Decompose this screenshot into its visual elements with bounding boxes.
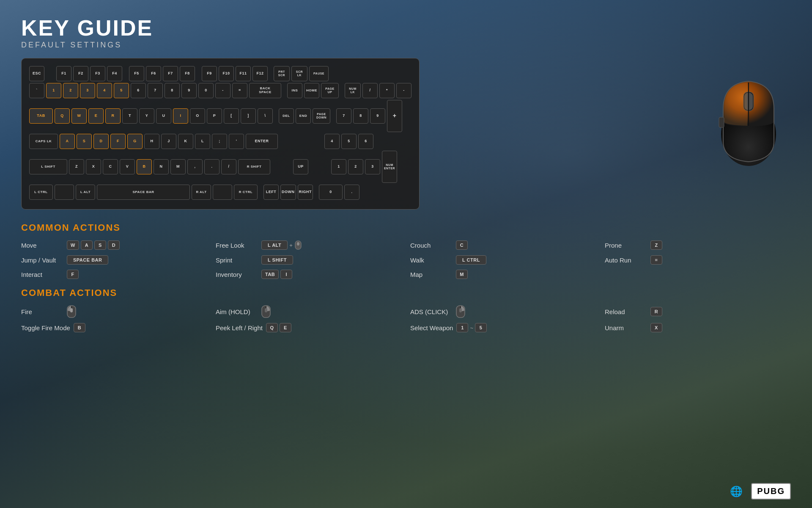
- key-spacer: [46, 66, 55, 81]
- key-row-zxcv: L SHIFT Z X C V B N M , . / R SHIFT UP 1…: [29, 151, 411, 183]
- key-left: LEFT: [263, 185, 279, 200]
- action-crouch-keys: C: [456, 240, 468, 250]
- key-5: 5: [114, 83, 129, 98]
- kbd-c: C: [456, 240, 468, 250]
- mouse-left-icon: [67, 305, 76, 318]
- kbd-lalt: L ALT: [261, 240, 288, 250]
- key-ralt: R ALT: [192, 185, 211, 200]
- action-peek-keys: Q E: [266, 323, 291, 332]
- key-up: UP: [293, 159, 308, 174]
- kbd-x: X: [650, 323, 662, 332]
- key-equals: =: [232, 83, 247, 98]
- action-unarm-label: Unarm: [605, 324, 647, 331]
- key-z: Z: [69, 159, 84, 174]
- key-spacer13: [272, 159, 274, 174]
- key-a: A: [60, 134, 75, 149]
- action-freelook: Free Look L ALT +: [216, 240, 402, 250]
- key-esc: ESC: [29, 66, 44, 81]
- key-spacer8: [332, 108, 335, 124]
- mouse-right2-icon: [456, 305, 465, 318]
- action-aim: Aim (HOLD): [216, 305, 402, 318]
- mouse-icon: [294, 240, 302, 250]
- key-3: 3: [80, 83, 95, 98]
- action-peek-label: Peek Left / Right: [216, 324, 263, 331]
- action-map-keys: M: [456, 270, 468, 279]
- key-8: 8: [165, 83, 180, 98]
- key-spacer2: [124, 66, 127, 81]
- key-6: 6: [131, 83, 146, 98]
- key-f10: F10: [219, 66, 234, 81]
- action-firemode-label: Toggle Fire Mode: [21, 324, 70, 331]
- action-freelook-label: Free Look: [216, 242, 258, 249]
- key-s: S: [77, 134, 92, 149]
- action-firemode-keys: B: [74, 323, 85, 332]
- key-0: 0: [198, 83, 214, 98]
- key-numstar: *: [379, 83, 395, 98]
- key-rctrl: R CTRL: [234, 185, 258, 200]
- action-crouch: Crouch C: [410, 240, 596, 250]
- action-map-label: Map: [410, 271, 453, 278]
- key-9: 9: [181, 83, 197, 98]
- mouse-right-icon: [261, 305, 271, 318]
- svg-rect-10: [70, 308, 73, 312]
- key-prtscr: PRTSCR: [274, 66, 290, 81]
- key-spacer11: [301, 134, 318, 149]
- key-lwin: [55, 185, 74, 200]
- action-autorun-keys: =: [650, 255, 662, 265]
- key-lalt: L ALT: [76, 185, 95, 200]
- key-f3: F3: [90, 66, 105, 81]
- action-peek: Peek Left / Right Q E: [216, 323, 402, 332]
- action-jump-label: Jump / Vault: [21, 257, 63, 264]
- key-home: HOME: [304, 83, 319, 98]
- action-selectweapon-keys: 1 ~ 5: [456, 323, 487, 332]
- action-inventory-keys: TAB I: [261, 270, 292, 279]
- key-numminus: -: [396, 83, 411, 98]
- key-1: 1: [46, 83, 61, 98]
- key-d: D: [93, 134, 109, 149]
- kbd-equals: =: [650, 255, 662, 265]
- key-f9: F9: [202, 66, 217, 81]
- action-walk: Walk L CTRL: [410, 255, 596, 265]
- key-f12: F12: [252, 66, 268, 81]
- action-fire: Fire: [21, 305, 207, 318]
- key-numlk: NUMLK: [345, 83, 361, 98]
- key-row-numbers: ` 1 2 3 4 5 6 7 8 9 0 - = BACKSPACE INS …: [29, 83, 411, 98]
- key-minus: -: [215, 83, 230, 98]
- key-row-function: ESC F1 F2 F3 F4 F5 F6 F7 F8 F9 F10 F11 F…: [29, 66, 411, 81]
- key-w: W: [71, 108, 87, 124]
- title-section: KEY GUIDE DEFAULT SETTINGS: [21, 17, 791, 50]
- common-actions-section: COMMON ACTIONS Move W A S D Free Look L …: [21, 222, 791, 279]
- common-actions-title: COMMON ACTIONS: [21, 222, 791, 233]
- action-crouch-label: Crouch: [410, 242, 453, 249]
- key-num0: 0: [319, 185, 343, 200]
- key-num8: 8: [353, 108, 368, 124]
- tilde-sign: ~: [470, 325, 473, 331]
- key-j: J: [161, 134, 176, 149]
- kbd-q: Q: [266, 323, 278, 332]
- key-spacer12: [320, 134, 323, 149]
- action-interact-keys: F: [67, 270, 79, 279]
- key-num7: 7: [336, 108, 351, 124]
- key-spacer3: [197, 66, 200, 81]
- action-prone-keys: Z: [650, 240, 662, 250]
- globe-icon: 🌐: [730, 486, 743, 497]
- combat-actions-section: COMBAT ACTIONS Fire Aim (HOLD): [21, 287, 791, 332]
- action-inventory-label: Inventory: [216, 271, 258, 278]
- key-semicolon: ;: [212, 134, 227, 149]
- action-ads-keys: [456, 305, 465, 318]
- key-y: Y: [139, 108, 154, 124]
- key-tab: TAB: [29, 108, 53, 124]
- key-k: K: [178, 134, 193, 149]
- key-backtick: `: [29, 83, 44, 98]
- kbd-1w: 1: [456, 323, 468, 332]
- action-autorun: Auto Run =: [605, 255, 791, 265]
- action-reload-keys: R: [650, 307, 662, 316]
- kbd-b: B: [74, 323, 85, 332]
- key-rbracket: ]: [241, 108, 256, 124]
- key-pagedown: PAGEDOWN: [313, 108, 330, 124]
- action-move-label: Move: [21, 242, 63, 249]
- kbd-lctrl: L CTRL: [456, 255, 486, 265]
- key-f1: F1: [56, 66, 71, 81]
- key-spacer10: [284, 134, 299, 149]
- key-f8: F8: [180, 66, 195, 81]
